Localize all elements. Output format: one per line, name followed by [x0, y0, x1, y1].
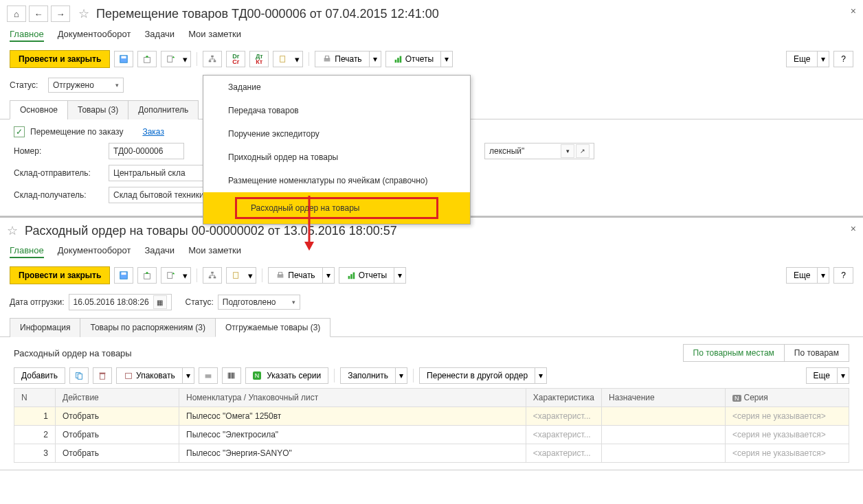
number-input[interactable]: ТД00-000006 — [109, 143, 184, 159]
svg-rect-12 — [399, 56, 401, 63]
fill-button[interactable]: Заполнить ▾ — [340, 367, 407, 384]
table-header-row: N Действие Номенклатура / Упаковочный ли… — [14, 389, 849, 407]
toolbar: Провести и закрыть ▾ ▾ Печать ▾ — [0, 264, 863, 291]
col-purpose[interactable]: Назначение — [602, 389, 726, 407]
svg-rect-38 — [234, 373, 234, 379]
home-button[interactable]: ⌂ — [7, 5, 26, 22]
svg-rect-2 — [144, 57, 150, 62]
tab-inner-shipped[interactable]: Отгружаемые товары (3) — [215, 318, 330, 337]
ship-date-input[interactable]: 16.05.2016 18:08:26 ▦ — [69, 294, 172, 310]
window-movement: ⌂ ← → ☆ Перемещение товаров ТД00-000006 … — [0, 0, 863, 216]
by-order-checkbox[interactable]: ✓ — [14, 126, 25, 137]
help-button[interactable]: ? — [833, 267, 853, 284]
right-field-input[interactable]: лексный" ▾↗ — [484, 143, 594, 159]
svg-rect-3 — [168, 56, 172, 62]
svg-rect-7 — [280, 56, 284, 62]
tab-inner-extra[interactable]: Дополнитель — [128, 100, 199, 119]
menu-item-receipt-order[interactable]: Приходный ордер на товары — [203, 146, 470, 169]
copy-button[interactable] — [69, 367, 89, 384]
col-nom[interactable]: Номенклатура / Упаковочный лист — [179, 389, 526, 407]
toggle-goods[interactable]: По товарам — [785, 344, 849, 362]
table-row[interactable]: 1 Отобрать Пылесос "Омега" 1250вт <харак… — [14, 407, 849, 426]
col-n[interactable]: N — [14, 389, 56, 407]
close-button[interactable]: × — [851, 5, 856, 16]
print-button[interactable]: Печать ▾ — [268, 267, 334, 284]
tab-main-tasks[interactable]: Задачи — [144, 245, 175, 258]
delete-button[interactable] — [93, 367, 112, 384]
tab-main-tasks[interactable]: Задачи — [144, 29, 175, 42]
tab-main-glavnoe[interactable]: Главное — [10, 245, 44, 258]
tab-inner-by-orders[interactable]: Товары по распоряжениям (3) — [80, 318, 215, 337]
series-button[interactable]: NУказать серии — [245, 367, 328, 384]
status-select[interactable]: Отгружено▾ — [48, 78, 124, 93]
open-icon[interactable]: ↗ — [576, 144, 590, 158]
col-action[interactable]: Действие — [56, 389, 179, 407]
forward-button[interactable]: → — [51, 5, 70, 22]
back-button[interactable]: ← — [29, 5, 48, 22]
post-button[interactable] — [137, 267, 157, 284]
close-button[interactable]: × — [851, 223, 856, 234]
print-button[interactable]: Печать ▾ — [315, 51, 381, 67]
post-close-button[interactable]: Провести и закрыть — [10, 50, 110, 68]
tab-main-docflow[interactable]: Документооборот — [58, 245, 131, 258]
favorite-icon[interactable]: ☆ — [7, 223, 18, 238]
svg-rect-1 — [122, 56, 126, 59]
tab-main-docflow[interactable]: Документооборот — [58, 29, 131, 42]
svg-rect-32 — [126, 374, 132, 379]
col-series[interactable]: NСерия — [726, 389, 849, 407]
table-row[interactable]: 2 Отобрать Пылесос "Электросила" <характ… — [14, 426, 849, 444]
more-button[interactable]: Еще ▾ — [786, 267, 829, 284]
structure-button[interactable] — [203, 51, 222, 67]
post-close-button[interactable]: Провести и закрыть — [10, 266, 110, 284]
dropdown-icon[interactable]: ▾ — [561, 144, 574, 158]
tab-main-glavnoe[interactable]: Главное — [10, 29, 44, 42]
menu-item-placement[interactable]: Размещение номенклатуры по ячейкам (спра… — [203, 169, 470, 192]
dtkt-button[interactable]: ДтКт — [249, 51, 269, 67]
menu-item-task[interactable]: Задание — [203, 76, 470, 99]
svg-rect-37 — [232, 373, 234, 379]
save-button[interactable] — [114, 51, 133, 67]
create-based-button[interactable]: ▾ — [161, 267, 191, 284]
svg-rect-5 — [209, 60, 212, 62]
menu-item-expense-order[interactable]: Расходный ордер на товары — [203, 192, 470, 224]
table-more-button[interactable]: Еще ▾ — [806, 367, 849, 384]
create-based-button[interactable]: ▾ — [161, 51, 191, 67]
inner-tabs: Информация Товары по распоряжениям (3) О… — [0, 313, 863, 337]
print-row-button[interactable] — [199, 367, 218, 384]
table-area: Расходный ордер на товары По товарным ме… — [0, 337, 863, 470]
tab-main-notes[interactable]: Мои заметки — [188, 29, 241, 42]
svg-rect-21 — [214, 277, 216, 279]
sender-label: Склад-отправитель: — [14, 168, 103, 178]
more-button[interactable]: Еще ▾ — [786, 51, 829, 67]
structure-button[interactable] — [203, 267, 222, 284]
drcr-button[interactable]: DrCr — [226, 51, 245, 67]
favorite-icon[interactable]: ☆ — [78, 6, 89, 21]
attach-button[interactable]: ▾ — [273, 51, 303, 67]
nav-buttons: ⌂ ← → — [7, 5, 70, 22]
menu-item-transfer[interactable]: Передача товаров — [203, 99, 470, 122]
pack-button[interactable]: Упаковать ▾ — [116, 367, 194, 384]
status-label: Статус: — [10, 80, 44, 90]
status-select[interactable]: Подготовлено▾ — [218, 295, 300, 310]
tab-inner-info[interactable]: Информация — [10, 318, 80, 337]
add-button[interactable]: Добавить — [14, 367, 65, 384]
reports-button[interactable]: Отчеты ▾ — [385, 51, 453, 67]
save-button[interactable] — [114, 267, 133, 284]
calendar-icon[interactable]: ▦ — [153, 295, 167, 309]
reports-button[interactable]: Отчеты ▾ — [339, 267, 406, 284]
col-char[interactable]: Характеристика — [526, 389, 601, 407]
tab-inner-main[interactable]: Основное — [10, 100, 68, 119]
order-link[interactable]: Заказ — [142, 127, 164, 137]
attach-button[interactable]: ▾ — [226, 267, 256, 284]
move-button[interactable]: Перенести в другой ордер ▾ — [419, 367, 547, 384]
table-row[interactable]: 3 Отобрать Пылесос "Энергия-SANYO" <хара… — [14, 444, 849, 463]
tab-main-notes[interactable]: Мои заметки — [188, 245, 241, 258]
tab-inner-goods[interactable]: Товары (3) — [67, 100, 128, 119]
post-button[interactable] — [137, 51, 157, 67]
svg-rect-17 — [144, 273, 150, 279]
menu-item-forwarder[interactable]: Поручение экспедитору — [203, 122, 470, 146]
svg-rect-6 — [214, 60, 216, 62]
help-button[interactable]: ? — [833, 51, 853, 67]
barcode-button[interactable] — [222, 367, 241, 384]
toggle-places[interactable]: По товарным местам — [683, 344, 785, 362]
